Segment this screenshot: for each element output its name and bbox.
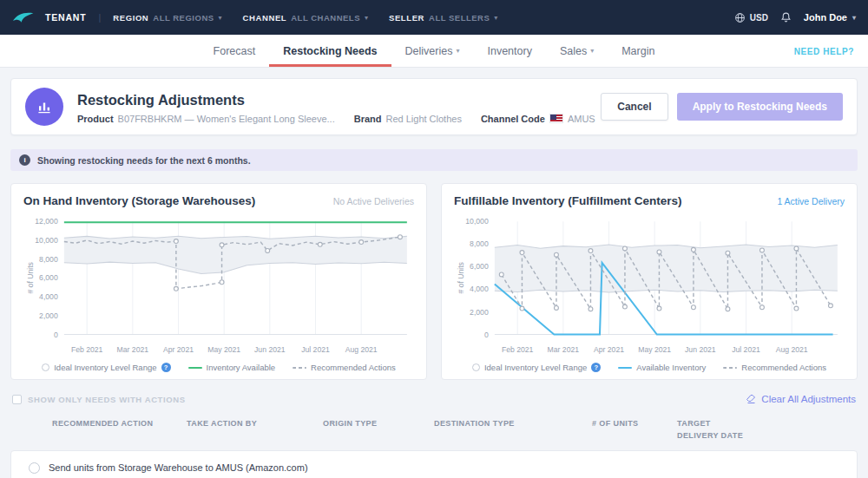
svg-text:Feb 2021: Feb 2021 <box>71 345 103 354</box>
svg-text:May 2021: May 2021 <box>638 345 671 354</box>
svg-text:Aug 2021: Aug 2021 <box>345 345 378 354</box>
range-swatch-icon <box>472 363 480 371</box>
tab-sales[interactable]: Sales▾ <box>546 35 608 67</box>
deliveries-status: No Active Deliveries <box>333 196 414 206</box>
region-filter[interactable]: REGION ALL REGIONS ▾ <box>113 13 221 23</box>
channel-code-meta: Channel Code AMUS <box>481 114 595 124</box>
seller-filter[interactable]: SELLER ALL SELLERS ▾ <box>389 13 497 23</box>
channel-filter[interactable]: CHANNEL ALL CHANNELS ▾ <box>243 13 368 23</box>
user-name: John Doe <box>804 12 847 23</box>
column-header-destination-type: Destination Type <box>434 418 592 442</box>
show-only-needs-toggle[interactable]: SHOW ONLY NEEDS WITH ACTIONS <box>12 395 186 404</box>
chart-title: Fulfillable Inventory (Fulfillment Cente… <box>454 194 682 207</box>
column-header-origin-type: Origin Type <box>323 418 434 442</box>
column-header-units: # of Units <box>592 418 677 442</box>
svg-text:Aug 2021: Aug 2021 <box>776 345 808 354</box>
svg-text:6,000: 6,000 <box>39 273 58 282</box>
svg-text:May 2021: May 2021 <box>207 345 240 354</box>
logo-icon[interactable] <box>12 10 35 24</box>
svg-text:Jun 2021: Jun 2021 <box>254 345 286 354</box>
notifications-bell-icon[interactable] <box>780 11 792 23</box>
column-header-target-delivery-date: Target Delivery Date <box>677 418 858 442</box>
svg-text:6,000: 6,000 <box>470 262 489 271</box>
chevron-down-icon: ▾ <box>456 47 459 55</box>
svg-text:10,000: 10,000 <box>465 217 489 226</box>
on-hand-legend: Ideal Inventory Level Range ? Inventory … <box>23 363 414 372</box>
tab-forecast[interactable]: Forecast <box>200 35 270 67</box>
dashed-line-swatch-icon <box>293 367 306 369</box>
active-delivery-link[interactable]: 1 Active Delivery <box>777 196 845 206</box>
help-icon[interactable]: ? <box>161 363 171 372</box>
apply-restocking-button[interactable]: Apply to Restocking Needs <box>677 93 843 121</box>
chevron-down-icon: ▾ <box>852 14 856 22</box>
restocking-table-header: Recommended Action Take Action By Origin… <box>10 418 858 442</box>
row-radio-icon[interactable] <box>29 462 40 474</box>
help-icon[interactable]: ? <box>591 363 601 372</box>
info-banner: i Showing restocking needs for the next … <box>10 149 858 171</box>
product-meta: Product B07FRBHKRM — Women's Elegant Lon… <box>77 114 335 124</box>
dashed-line-swatch-icon <box>723 367 737 369</box>
tab-inventory[interactable]: Inventory <box>473 35 545 67</box>
chevron-down-icon: ▾ <box>219 14 222 22</box>
nav-separator: | <box>98 12 101 23</box>
currency-selector[interactable]: USD <box>734 12 768 23</box>
svg-text:2,000: 2,000 <box>470 308 489 317</box>
svg-text:8,000: 8,000 <box>470 239 489 248</box>
on-hand-inventory-card: On Hand Inventory (Storage Warehouses) N… <box>10 183 427 380</box>
column-header-recommended-action: Recommended Action <box>52 418 187 442</box>
svg-text:Feb 2021: Feb 2021 <box>502 345 534 354</box>
svg-text:Mar 2021: Mar 2021 <box>548 345 580 354</box>
fulfillable-chart: 02,0004,0006,0008,00010,000Feb 2021Mar 2… <box>454 211 845 361</box>
main-tabs: Forecast Restocking Needs Deliveries▾ In… <box>0 35 868 68</box>
user-menu[interactable]: John Doe ▾ <box>804 12 856 23</box>
chevron-down-icon: ▾ <box>590 47 594 55</box>
svg-text:Apr 2021: Apr 2021 <box>594 345 624 354</box>
on-hand-chart: 02,0004,0006,0008,00010,00012,000Feb 202… <box>23 211 414 361</box>
row-action-text: Send units from Storage Warehouse to AMU… <box>49 462 308 473</box>
svg-text:8,000: 8,000 <box>39 255 58 264</box>
range-swatch-icon <box>42 363 49 371</box>
us-flag-icon <box>549 114 563 123</box>
restocking-adjustments-card: Restocking Adjustments Product B07FRBHKR… <box>10 78 858 135</box>
fulfillable-inventory-card: Fulfillable Inventory (Fulfillment Cente… <box>441 183 858 380</box>
cancel-button[interactable]: Cancel <box>601 93 667 121</box>
need-help-link[interactable]: NEED HELP? <box>794 35 854 68</box>
svg-text:12,000: 12,000 <box>35 217 58 226</box>
chevron-down-icon: ▾ <box>365 14 368 22</box>
svg-text:0: 0 <box>484 331 489 339</box>
eraser-icon <box>746 394 756 404</box>
banner-text: Showing restocking needs for the next 6 … <box>37 155 251 166</box>
svg-text:10,000: 10,000 <box>35 236 58 245</box>
clear-all-adjustments-button[interactable]: Clear All Adjustments <box>746 394 856 404</box>
svg-text:Jul 2021: Jul 2021 <box>301 345 330 354</box>
brand-meta: Brand Red Light Clothes <box>354 114 462 124</box>
svg-text:# of Units: # of Units <box>457 261 465 293</box>
solid-line-swatch-icon <box>618 367 632 369</box>
tab-margin[interactable]: Margin <box>608 35 668 67</box>
svg-text:0: 0 <box>54 331 58 339</box>
checkbox-icon[interactable] <box>12 395 22 404</box>
page-title: Restocking Adjustments <box>77 90 595 109</box>
chart-title: On Hand Inventory (Storage Warehouses) <box>23 194 255 207</box>
info-icon: i <box>19 154 30 166</box>
tab-restocking-needs[interactable]: Restocking Needs <box>269 35 391 67</box>
solid-line-swatch-icon <box>188 367 202 369</box>
svg-text:Jun 2021: Jun 2021 <box>685 345 716 354</box>
svg-text:# of Units: # of Units <box>26 261 35 293</box>
column-header-take-action-by: Take Action By <box>187 418 323 442</box>
svg-text:2,000: 2,000 <box>39 311 58 320</box>
svg-text:Jul 2021: Jul 2021 <box>732 345 760 354</box>
svg-text:Apr 2021: Apr 2021 <box>163 345 194 354</box>
globe-icon <box>734 12 746 23</box>
fulfillable-legend: Ideal Inventory Level Range ? Available … <box>454 363 845 372</box>
tenant-label: TENANT <box>45 12 86 23</box>
main-content: Restocking Adjustments Product B07FRBHKR… <box>0 78 868 478</box>
table-row[interactable]: Send units from Storage Warehouse to AMU… <box>10 450 858 478</box>
svg-text:4,000: 4,000 <box>39 292 58 301</box>
svg-text:Mar 2021: Mar 2021 <box>117 345 149 354</box>
bar-chart-icon <box>25 88 63 126</box>
chevron-down-icon: ▾ <box>494 14 497 22</box>
tab-deliveries[interactable]: Deliveries▾ <box>391 35 474 67</box>
svg-text:4,000: 4,000 <box>470 285 489 293</box>
show-only-label: SHOW ONLY NEEDS WITH ACTIONS <box>28 395 186 404</box>
